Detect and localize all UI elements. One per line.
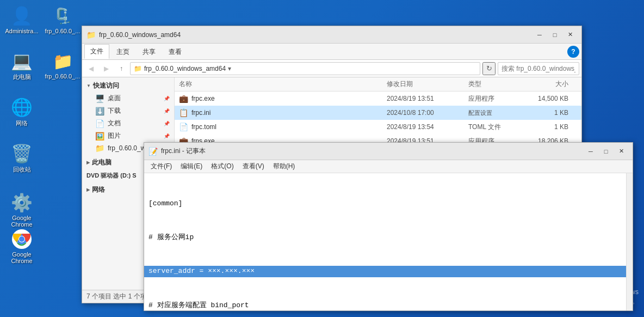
chrome-label: GoogleChrome — [11, 251, 32, 264]
file-date-frpcexe: 2024/8/19 13:51 — [387, 95, 468, 102]
notepad-minimize-button[interactable]: ─ — [584, 146, 598, 157]
file-icon-frpcini: 📋 — [179, 108, 188, 117]
desktop-icon-network[interactable]: 🌐 网络 — [0, 94, 44, 130]
desktop-icon-admin[interactable]: 👤 Administra... — [0, 3, 44, 36]
explorer-titlebar: 📁 frp_0.60.0_windows_amd64 ─ □ ✕ — [82, 26, 581, 44]
notepad-line-1: [common] — [148, 198, 628, 210]
up-button[interactable]: ↑ — [115, 62, 128, 75]
notepad-window: 📝 frpc.ini - 记事本 ─ □ ✕ 文件(F) 编辑(E) 格式(O)… — [144, 142, 633, 311]
col-header-date[interactable]: 修改日期 — [387, 80, 468, 89]
mycomputer-icon: 💻 — [11, 50, 33, 72]
notepad-scrollbar[interactable] — [626, 173, 633, 310]
notepad-menu: 文件(F) 编辑(E) 格式(O) 查看(V) 帮助(H) — [144, 160, 633, 173]
explorer-title: frp_0.60.0_windows_amd64 — [99, 31, 532, 39]
notepad-title: frpc.ini - 记事本 — [161, 147, 584, 156]
menu-view[interactable]: 查看(V) — [238, 161, 269, 172]
sidebar-item-documents[interactable]: 📄 文档 📌 — [82, 117, 174, 130]
notepad-maximize-button[interactable]: □ — [599, 146, 613, 157]
col-header-type[interactable]: 类型 — [468, 80, 523, 89]
desktop-icon-recycle[interactable]: 🗑️ 回收站 — [0, 141, 44, 176]
file-icon-frpcexe: 💼 — [179, 94, 188, 103]
file-date-frpctoml: 2024/8/19 13:54 — [387, 123, 468, 131]
desktop-icon-chrome[interactable]: GoogleChrome — [0, 226, 44, 266]
file-row[interactable]: 📄 frpc.toml 2024/8/19 13:54 TOML 文件 1 KB — [175, 120, 581, 134]
desktop-icon-mycomputer[interactable]: 💻 此电脑 — [0, 48, 44, 83]
explorer-title-icon: 📁 — [86, 31, 96, 39]
file-list-header: 名称 修改日期 类型 大小 — [175, 77, 581, 92]
menu-help[interactable]: 帮助(H) — [269, 161, 300, 172]
address-bar: ◀ ▶ ↑ 📁 frp_0.60.0_windows_amd64 ▾ ↻ — [82, 60, 581, 77]
forward-button[interactable]: ▶ — [100, 62, 113, 75]
ribbon-tab-share[interactable]: 共享 — [137, 45, 162, 59]
notepad-line-2: # 服务公网ip — [148, 232, 628, 243]
folder-breadcrumb-text: frp_0.60.0_windows_amd64 — [144, 65, 226, 72]
file-size-frpctoml: 1 KB — [523, 123, 577, 131]
desktop-icon-frpfolder[interactable]: 📁 frp_0.60.0_... — [41, 48, 84, 82]
file-size-frpcini: 1 KB — [523, 109, 577, 117]
file-type-frpcini: 配置设置 — [468, 109, 523, 117]
file-name-frpcexe: frpc.exe — [191, 95, 387, 102]
file-type-frpctoml: TOML 文件 — [468, 123, 523, 132]
admin-icon: 👤 — [11, 5, 33, 27]
frpfolder-icon: 📁 — [52, 50, 73, 72]
folder-breadcrumb-icon: 📁 — [134, 65, 142, 72]
ribbon: 文件 主页 共享 查看 ? — [82, 44, 581, 60]
notepad-title-icon: 📝 — [148, 147, 158, 156]
search-input[interactable] — [498, 62, 579, 75]
notepad-line-3: server_addr = ×××.×××.××× — [144, 266, 633, 277]
file-row-selected[interactable]: 📋 frpc.ini 2024/10/8 17:00 配置设置 1 KB — [175, 106, 581, 120]
desktop-icon-controlpanel[interactable]: ⚙️ Google Chrome — [0, 190, 44, 230]
close-button[interactable]: ✕ — [563, 29, 577, 40]
frpzip-icon: 🗜️ — [52, 5, 73, 27]
svg-point-3 — [19, 236, 24, 242]
help-button[interactable]: ? — [567, 46, 579, 58]
notepad-close-button[interactable]: ✕ — [614, 146, 628, 157]
file-type-frpcexe: 应用程序 — [468, 94, 523, 103]
file-size-frpcexe: 14,500 KB — [523, 95, 577, 102]
network-label: 网络 — [16, 119, 28, 127]
file-date-frpcini: 2024/10/8 17:00 — [387, 109, 468, 117]
admin-label: Administra... — [5, 28, 38, 34]
notepad-titlebar: 📝 frpc.ini - 记事本 ─ □ ✕ — [144, 143, 633, 160]
sidebar-item-desktop[interactable]: 🖥️ 桌面 📌 — [82, 92, 174, 105]
sidebar-header-quickaccess[interactable]: ▼ 快速访问 — [82, 80, 174, 92]
refresh-button[interactable]: ↻ — [482, 62, 496, 75]
controlpanel-icon: ⚙️ — [11, 192, 33, 214]
sidebar-item-downloads[interactable]: ⬇️ 下载 📌 — [82, 105, 174, 117]
address-path[interactable]: 📁 frp_0.60.0_windows_amd64 ▾ — [130, 62, 480, 75]
chrome-icon — [11, 228, 33, 250]
mycomputer-label: 此电脑 — [13, 73, 31, 81]
ribbon-tab-home[interactable]: 主页 — [110, 45, 135, 59]
desktop: 👤 Administra... 🗜️ frp_0.60.0_... 💻 此电脑 … — [0, 0, 644, 317]
col-header-name[interactable]: 名称 — [179, 80, 387, 89]
notepad-content-area[interactable]: [common] # 服务公网ip server_addr = ×××.×××.… — [144, 173, 633, 310]
menu-file[interactable]: 文件(F) — [146, 161, 176, 172]
back-button[interactable]: ◀ — [84, 62, 97, 75]
ribbon-tab-file[interactable]: 文件 — [84, 44, 109, 59]
recycle-label: 回收站 — [13, 166, 31, 174]
minimize-button[interactable]: ─ — [532, 29, 547, 40]
menu-edit[interactable]: 编辑(E) — [176, 161, 207, 172]
file-name-frpcini: frpc.ini — [191, 109, 387, 117]
col-header-size[interactable]: 大小 — [523, 80, 577, 89]
file-row[interactable]: 💼 frpc.exe 2024/8/19 13:51 应用程序 14,500 K… — [175, 92, 581, 106]
sidebar-item-pictures[interactable]: 🖼️ 图片 📌 — [82, 130, 174, 142]
file-name-frpctoml: frpc.toml — [191, 123, 387, 131]
notepad-line-4: # 对应服务端配置 bind_port — [148, 300, 628, 310]
file-icon-frpctoml: 📄 — [179, 123, 188, 131]
frpzip-label: frp_0.60.0_... — [45, 28, 81, 34]
desktop-icon-frpzip[interactable]: 🗜️ frp_0.60.0_... — [41, 3, 84, 36]
breadcrumb-chevron: ▾ — [228, 65, 231, 72]
recycle-icon: 🗑️ — [11, 143, 33, 164]
frpfolder-label: frp_0.60.0_... — [45, 73, 81, 80]
menu-format[interactable]: 格式(O) — [207, 161, 238, 172]
maximize-button[interactable]: □ — [548, 29, 562, 40]
network-icon: 🌐 — [11, 96, 33, 118]
ribbon-tab-view[interactable]: 查看 — [163, 45, 188, 59]
